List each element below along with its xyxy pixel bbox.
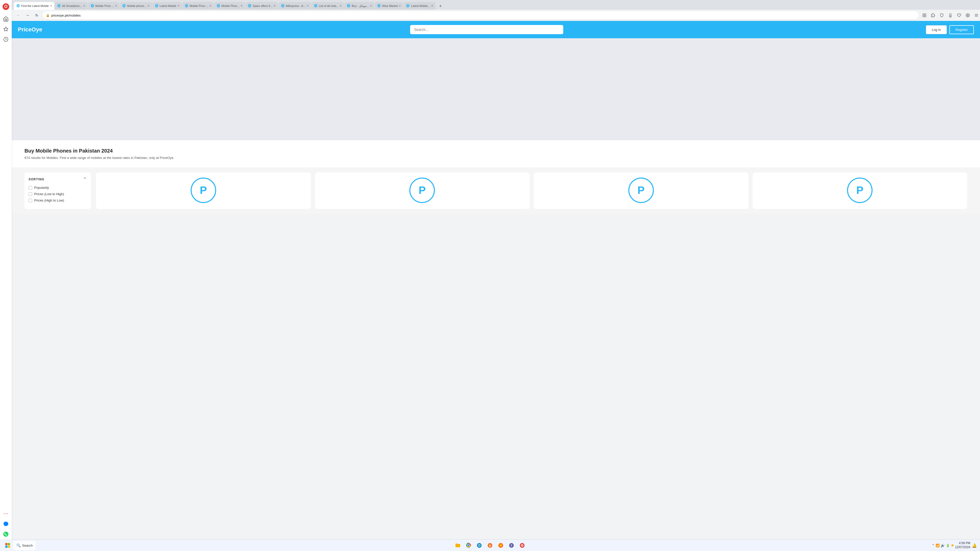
svg-point-5 — [6, 513, 6, 514]
extensions-icon[interactable] — [929, 12, 937, 19]
taskbar-app-brave[interactable]: B — [485, 541, 495, 550]
site-logo[interactable]: PriceOye — [18, 26, 42, 33]
sort-option-price-high[interactable]: Prices (High to Low) — [29, 198, 87, 202]
sort-checkbox-price-low[interactable] — [29, 192, 32, 196]
tab-close-7[interactable]: × — [241, 4, 242, 8]
tab-active[interactable]: 🌐 Find the Latest Mobile × — [14, 2, 54, 10]
toolbar-actions — [921, 12, 980, 19]
sort-label-price-high: Prices (High to Low) — [34, 198, 64, 202]
tab-3[interactable]: 🌐 Mobile Price ... × — [88, 2, 120, 10]
clock[interactable]: 4:58 PM 12/07/2024 — [955, 541, 970, 549]
sidebar-star-icon[interactable] — [1, 24, 11, 34]
taskbar-app-chrome[interactable] — [464, 541, 473, 550]
tab-close-9[interactable]: × — [307, 4, 309, 8]
sort-toggle-icon[interactable]: ⌃ — [83, 176, 87, 182]
product-card-3[interactable]: P — [534, 172, 749, 209]
tab-close-12[interactable]: × — [399, 4, 401, 8]
taskbar-app-teams[interactable]: T — [507, 541, 516, 550]
tab-title-7: Mobile Phon... — [221, 4, 239, 7]
product-card-4[interactable]: P — [752, 172, 967, 209]
tab-8[interactable]: 🌐 Sparx offers II... × — [245, 2, 278, 10]
tab-5[interactable]: 🌐 Latest Mobile × — [152, 2, 182, 10]
settings-icon[interactable] — [964, 12, 971, 19]
tab-title-6: Mobile Price ... — [189, 4, 208, 7]
svg-point-23 — [468, 545, 469, 546]
taskbar-app-opera[interactable] — [517, 541, 527, 550]
sort-header: SORTING ⌃ — [29, 176, 87, 182]
sort-option-price-low[interactable]: Prices (Low to High) — [29, 192, 87, 196]
sort-checkbox-price-high[interactable] — [29, 199, 32, 202]
tab-10[interactable]: 🌐 List of all mob... × — [311, 2, 344, 10]
screenshot-icon[interactable] — [921, 12, 928, 19]
taskbar-center: B T — [453, 541, 527, 550]
new-tab-button[interactable]: + — [437, 3, 444, 10]
tab-12[interactable]: 🌐 Wise Market × — [375, 2, 403, 10]
register-button[interactable]: Register — [950, 25, 974, 34]
tab-close-4[interactable]: × — [148, 4, 150, 8]
tab-close-1[interactable]: × — [50, 4, 52, 8]
svg-point-26 — [479, 545, 480, 546]
sidebar-home-icon[interactable] — [1, 14, 11, 24]
sort-option-popularity[interactable]: Popularity — [29, 186, 87, 189]
favorites-icon[interactable] — [956, 12, 963, 19]
start-button[interactable] — [3, 541, 12, 550]
login-button[interactable]: Log in — [926, 25, 947, 34]
tab-title-1: Find the Latest Mobile — [21, 4, 49, 7]
tab-close-13[interactable]: × — [431, 4, 433, 8]
tab-2[interactable]: 🌐 All Smartphon... × — [55, 2, 88, 10]
browser-brand-icon[interactable]: O — [1, 2, 11, 11]
tab-title-5: Latest Mobile — [160, 4, 177, 7]
tab-title-9: AliExpress - A... — [286, 4, 306, 7]
tab-close-8[interactable]: × — [274, 4, 275, 8]
page-content-info: Buy Mobile Phones in Pakistan 2024 674 r… — [12, 140, 980, 167]
tab-favicon-12: 🌐 — [377, 4, 381, 8]
taskbar-app-file-explorer[interactable] — [453, 541, 463, 550]
forward-button[interactable]: → — [24, 12, 31, 19]
shield-icon[interactable] — [938, 12, 945, 19]
sidebar-apps-icon[interactable] — [1, 509, 11, 518]
back-button[interactable]: ← — [15, 12, 22, 19]
reload-button[interactable]: ↻ — [33, 12, 40, 19]
tab-close-6[interactable]: × — [210, 4, 211, 8]
svg-rect-19 — [5, 546, 7, 548]
rewards-icon[interactable] — [947, 12, 954, 19]
notification-dot — [951, 545, 953, 546]
tab-11[interactable]: 🌐 Buy - موبائل... × — [344, 2, 374, 10]
tab-favicon-1: 🌐 — [16, 4, 20, 8]
sidebar-history-icon[interactable] — [1, 35, 11, 44]
tab-close-11[interactable]: × — [370, 4, 372, 8]
site-search-input[interactable] — [410, 25, 563, 34]
tab-6[interactable]: 🌐 Mobile Price ... × — [182, 2, 214, 10]
tab-close-10[interactable]: × — [340, 4, 342, 8]
tab-favicon-13: 🌐 — [406, 4, 410, 8]
speaker-icon[interactable]: 🔊 — [941, 544, 945, 548]
address-bar[interactable]: 🔒 priceoye.pk/mobiles — [42, 11, 919, 19]
tab-13[interactable]: 🌐 Latest Mobile... × — [404, 2, 436, 10]
search-container — [410, 25, 563, 34]
menu-icon[interactable] — [973, 12, 980, 19]
tab-9[interactable]: 🌐 AliExpress - A... × — [278, 2, 311, 10]
product-card-2[interactable]: P — [315, 172, 530, 209]
tab-title-3: Mobile Price ... — [95, 4, 114, 7]
network-icon[interactable]: 📶 — [935, 544, 940, 548]
taskbar-app-firefox[interactable] — [496, 541, 505, 550]
taskbar-app-chromium[interactable] — [475, 541, 484, 550]
tab-close-3[interactable]: × — [115, 4, 117, 8]
tab-7[interactable]: 🌐 Mobile Phon... × — [214, 2, 245, 10]
sort-checkbox-popularity[interactable] — [29, 186, 32, 189]
taskbar-left: 🔍 Search — [3, 541, 36, 550]
taskbar: 🔍 Search — [0, 540, 980, 551]
taskbar-search-label: Search — [22, 544, 33, 548]
sidebar-messenger-icon[interactable] — [1, 519, 11, 529]
product-card-1[interactable]: P — [96, 172, 311, 209]
page-title: Buy Mobile Phones in Pakistan 2024 — [24, 148, 967, 154]
taskbar-search-box[interactable]: 🔍 Search — [13, 541, 36, 550]
notifications-icon[interactable]: 🔔 — [972, 543, 977, 548]
tab-4[interactable]: 🌐 Mobile phone... × — [120, 2, 152, 10]
sidebar-whatsapp-icon[interactable] — [1, 530, 11, 539]
tab-close-2[interactable]: × — [83, 4, 85, 8]
product-logo-1: P — [191, 178, 216, 203]
chevron-up-icon[interactable]: ⌃ — [932, 544, 935, 548]
tab-bar: 🌐 Find the Latest Mobile × 🌐 All Smartph… — [12, 0, 980, 10]
tab-close-5[interactable]: × — [178, 4, 180, 8]
